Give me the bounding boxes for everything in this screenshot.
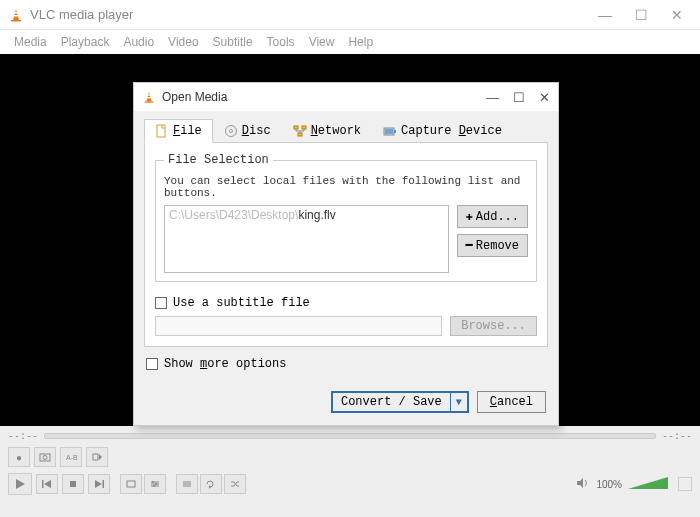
play-button[interactable] <box>8 473 32 495</box>
network-icon <box>293 124 307 138</box>
svg-rect-27 <box>42 480 44 488</box>
stop-button[interactable] <box>62 474 84 494</box>
file-selection-desc: You can select local files with the foll… <box>164 175 528 199</box>
volume-slider[interactable] <box>628 477 668 491</box>
playlist-button[interactable] <box>176 474 198 494</box>
dialog-minimize-button[interactable]: — <box>486 90 499 105</box>
dialog-maximize-button[interactable]: ☐ <box>513 90 525 105</box>
more-options-row: Show more options <box>146 357 548 371</box>
menu-tools[interactable]: Tools <box>267 35 295 49</box>
file-selection-legend: File Selection <box>164 153 273 167</box>
svg-rect-31 <box>103 480 105 488</box>
menu-media[interactable]: Media <box>14 35 47 49</box>
volume-percent: 100% <box>596 479 622 490</box>
svg-marker-28 <box>44 480 51 488</box>
svg-rect-6 <box>147 97 151 98</box>
seek-bar[interactable] <box>44 433 656 439</box>
record-button[interactable]: ● <box>8 447 30 467</box>
menu-video[interactable]: Video <box>168 35 198 49</box>
frame-step-button[interactable] <box>86 447 108 467</box>
menu-view[interactable]: View <box>309 35 335 49</box>
svg-rect-8 <box>157 125 165 137</box>
svg-point-36 <box>152 481 154 483</box>
loop-button[interactable] <box>200 474 222 494</box>
loop-ab-button[interactable]: A-B <box>60 447 82 467</box>
svg-rect-20 <box>394 130 396 133</box>
svg-rect-12 <box>302 126 306 129</box>
prev-button[interactable] <box>36 474 58 494</box>
svg-point-10 <box>229 130 232 133</box>
minus-icon: ━ <box>466 238 473 253</box>
mini-mode-button[interactable] <box>678 477 692 491</box>
svg-marker-44 <box>628 477 668 489</box>
extended-settings-button[interactable] <box>144 474 166 494</box>
tab-network[interactable]: Network <box>282 119 372 143</box>
tab-capture-label: Capture Device <box>401 124 502 138</box>
chevron-down-icon[interactable]: ▼ <box>451 395 467 410</box>
svg-rect-7 <box>145 101 154 102</box>
svg-marker-42 <box>209 485 211 489</box>
volume-control: 100% <box>576 477 692 491</box>
svg-rect-29 <box>70 481 76 487</box>
svg-marker-30 <box>95 480 102 488</box>
add-button[interactable]: ✚Add... <box>457 205 528 228</box>
svg-rect-13 <box>298 133 302 136</box>
snapshot-button[interactable] <box>34 447 56 467</box>
minimize-button[interactable]: — <box>596 7 614 23</box>
convert-save-button[interactable]: Convert / Save ▼ <box>331 391 469 413</box>
svg-rect-11 <box>294 126 298 129</box>
svg-marker-43 <box>577 478 583 488</box>
file-selection-fieldset: File Selection You can select local file… <box>155 153 537 282</box>
file-path-blurred: C:\Users\D423\Desktop\ <box>169 208 298 222</box>
subtitle-path-input <box>155 316 442 336</box>
dialog-close-button[interactable]: ✕ <box>539 90 550 105</box>
svg-marker-0 <box>13 9 19 20</box>
svg-point-22 <box>43 456 47 460</box>
maximize-button[interactable]: ☐ <box>632 7 650 23</box>
browse-button: Browse... <box>450 316 537 336</box>
tab-disc-label: Disc <box>242 124 271 138</box>
menubar: Media Playback Audio Video Subtitle Tool… <box>0 30 700 54</box>
vlc-cone-icon <box>142 90 156 104</box>
svg-rect-2 <box>14 15 19 17</box>
cancel-button[interactable]: Cancel <box>477 391 546 413</box>
tab-disc[interactable]: Disc <box>213 119 282 143</box>
file-list[interactable]: C:\Users\D423\Desktop\king.flv <box>164 205 449 273</box>
svg-rect-5 <box>147 94 151 95</box>
player-controls: --:-- --:-- ● A-B 100% <box>0 426 700 517</box>
subtitle-checkbox[interactable] <box>155 297 167 309</box>
dialog-titlebar: Open Media — ☐ ✕ <box>134 83 558 111</box>
file-name: king.flv <box>298 208 335 222</box>
tab-capture[interactable]: Capture Device <box>372 119 513 143</box>
plus-icon: ✚ <box>466 209 473 224</box>
shuffle-button[interactable] <box>224 474 246 494</box>
menu-audio[interactable]: Audio <box>123 35 154 49</box>
fullscreen-button[interactable] <box>120 474 142 494</box>
more-options-checkbox[interactable] <box>146 358 158 370</box>
remove-button[interactable]: ━Remove <box>457 234 528 257</box>
svg-rect-19 <box>385 129 393 134</box>
svg-rect-3 <box>11 20 21 22</box>
menu-subtitle[interactable]: Subtitle <box>213 35 253 49</box>
disc-icon <box>224 124 238 138</box>
open-media-dialog: Open Media — ☐ ✕ File Disc Network Captu… <box>133 82 559 426</box>
svg-point-38 <box>153 485 155 487</box>
tab-file[interactable]: File <box>144 119 213 143</box>
next-button[interactable] <box>88 474 110 494</box>
file-icon <box>155 124 169 138</box>
close-button[interactable]: ✕ <box>668 7 686 23</box>
vlc-cone-icon <box>8 7 24 23</box>
tabs: File Disc Network Capture Device <box>144 119 548 143</box>
more-options-label: Show more options <box>164 357 286 371</box>
menu-playback[interactable]: Playback <box>61 35 110 49</box>
svg-marker-26 <box>16 479 25 489</box>
capture-icon <box>383 124 397 138</box>
menu-help[interactable]: Help <box>348 35 373 49</box>
svg-text:A-B: A-B <box>66 454 77 461</box>
svg-point-37 <box>155 483 157 485</box>
svg-rect-32 <box>127 481 135 487</box>
speaker-icon[interactable] <box>576 477 590 491</box>
tab-panel-file: File Selection You can select local file… <box>144 142 548 347</box>
app-title: VLC media player <box>30 7 596 22</box>
dialog-title: Open Media <box>162 90 486 104</box>
